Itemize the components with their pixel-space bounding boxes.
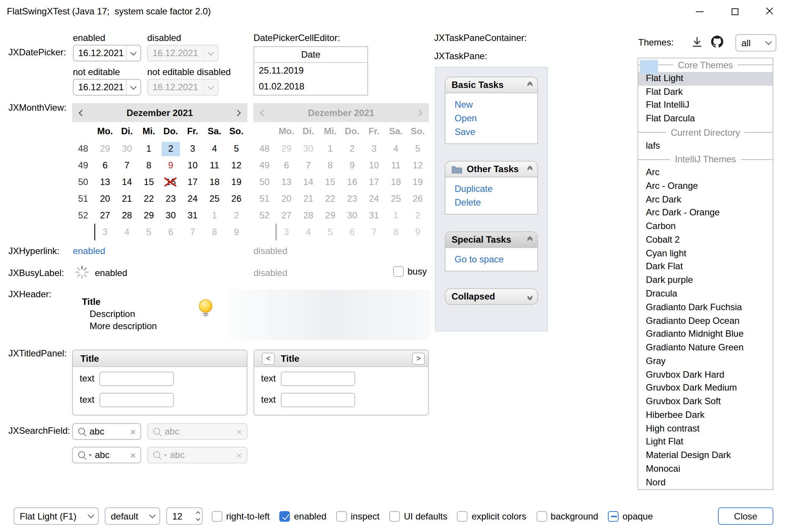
github-icon[interactable] <box>711 36 723 48</box>
day-cell[interactable]: 31 <box>182 207 204 224</box>
datepicker-enabled[interactable]: 16.12.2021 <box>73 45 141 61</box>
day-cell[interactable]: 2 <box>225 207 247 224</box>
checkbox-right-to-left[interactable]: right-to-left <box>212 511 270 521</box>
theme-item[interactable]: High contrast <box>638 422 773 436</box>
checkbox-box[interactable] <box>393 266 404 277</box>
text-field[interactable] <box>281 393 355 407</box>
theme-item[interactable]: Arc <box>638 166 773 180</box>
titledpanel-prev-button[interactable]: < <box>262 352 275 364</box>
day-cell[interactable]: 24 <box>182 190 204 207</box>
day-cell[interactable]: 9 <box>160 157 182 174</box>
checkbox-enabled[interactable]: enabled <box>280 511 326 521</box>
taskpane-header[interactable]: Collapsed <box>445 288 538 305</box>
day-cell[interactable]: 7 <box>116 157 138 174</box>
searchfield-enabled[interactable]: abc × <box>72 423 141 440</box>
day-cell[interactable]: 19 <box>225 174 247 190</box>
expand-icon[interactable] <box>528 295 531 298</box>
day-cell[interactable]: 7 <box>182 224 204 240</box>
text-field[interactable] <box>99 393 174 407</box>
collapse-icon[interactable] <box>528 84 531 86</box>
taskpane-action[interactable]: Duplicate <box>455 182 537 196</box>
day-cell[interactable]: 8 <box>203 224 225 240</box>
close-window-button[interactable] <box>752 0 787 23</box>
day-cell[interactable]: 28 <box>116 207 138 224</box>
day-cell[interactable]: 17 <box>182 174 204 190</box>
taskpane-header[interactable]: Special Tasks <box>445 231 538 248</box>
theme-item[interactable]: Carbon <box>638 220 773 234</box>
checkbox-box[interactable] <box>608 511 619 521</box>
day-cell[interactable]: 27 <box>94 207 116 224</box>
themes-filter-combobox[interactable]: all <box>735 34 776 52</box>
theme-item[interactable]: Flat Dark <box>638 85 773 99</box>
maximize-button[interactable] <box>717 0 752 23</box>
theme-combobox[interactable]: Flat Light (F1) <box>14 507 99 525</box>
theme-item[interactable]: Dark Flat <box>638 261 773 274</box>
day-cell[interactable]: 18 <box>203 174 225 190</box>
theme-item[interactable]: Flat Darcula <box>638 112 773 126</box>
taskpane-action[interactable]: Go to space <box>455 253 537 266</box>
checkbox-busy[interactable]: busy <box>393 266 427 277</box>
themes-list[interactable]: Core ThemesFlat LightFlat DarkFlat Intel… <box>637 58 773 490</box>
taskpane-action[interactable]: Open <box>455 111 537 125</box>
day-cell[interactable]: 21 <box>116 190 138 207</box>
theme-item[interactable]: Flat IntelliJ <box>638 99 773 113</box>
checkbox-inspect[interactable]: inspect <box>336 511 379 521</box>
checkbox-box[interactable] <box>280 511 290 521</box>
theme-item[interactable]: Nord <box>638 476 773 490</box>
day-cell[interactable]: 11 <box>203 157 225 174</box>
taskpane-header[interactable]: Basic Tasks <box>445 77 538 93</box>
theme-item[interactable]: Cobalt 2 <box>638 234 773 247</box>
day-cell[interactable]: 4 <box>116 224 138 240</box>
checkbox-box[interactable] <box>389 511 400 521</box>
day-cell[interactable]: 26 <box>225 190 247 207</box>
day-cell[interactable]: 3 <box>182 140 204 157</box>
theme-item[interactable]: Gradianto Midnight Blue <box>638 328 773 342</box>
searchfield-value[interactable]: abc <box>95 450 127 460</box>
day-cell[interactable]: 29 <box>138 207 160 224</box>
download-icon[interactable] <box>691 36 703 48</box>
monthview-enabled[interactable]: Dezember 2021Mo.Di.Mi.Do.Fr.Sa.So.482930… <box>72 103 247 240</box>
day-cell[interactable]: 1 <box>138 140 160 157</box>
day-cell[interactable]: 20 <box>94 190 116 207</box>
searchfield-with-menu[interactable]: abc × <box>72 447 141 463</box>
day-cell[interactable]: 15 <box>138 174 160 190</box>
theme-item[interactable]: Gruvbox Dark Hard <box>638 368 773 382</box>
day-cell[interactable]: 9 <box>225 224 247 240</box>
theme-item[interactable]: Arc Dark - Orange <box>638 207 773 220</box>
prev-month-button[interactable] <box>72 103 92 122</box>
theme-item[interactable]: Gruvbox Dark Soft <box>638 395 773 409</box>
clear-icon[interactable]: × <box>130 450 136 460</box>
theme-item[interactable]: Gray <box>638 355 773 369</box>
day-cell[interactable]: 5 <box>225 140 247 157</box>
theme-item[interactable]: Gradianto Deep Ocean <box>638 314 773 328</box>
day-cell[interactable]: 22 <box>138 190 160 207</box>
checkbox-explicit-colors[interactable]: explicit colors <box>457 511 526 521</box>
text-field[interactable] <box>281 372 355 386</box>
close-button[interactable]: Close <box>718 507 773 525</box>
theme-item[interactable]: Flat Light <box>638 72 773 86</box>
table-column-header[interactable]: Date <box>254 47 367 63</box>
theme-item[interactable]: Dracula <box>638 287 773 301</box>
checkbox-box[interactable] <box>212 511 222 521</box>
day-cell[interactable]: 30 <box>116 140 138 157</box>
checkbox-box[interactable] <box>457 511 468 521</box>
theme-item[interactable]: Arc Dark <box>638 193 773 207</box>
day-cell[interactable]: 2 <box>160 140 182 157</box>
spinner-buttons[interactable] <box>197 512 200 520</box>
day-cell[interactable]: 12 <box>225 157 247 174</box>
font-size-spinner[interactable]: 12 <box>166 507 203 525</box>
hyperlink-enabled[interactable]: enabled <box>73 245 105 257</box>
theme-item[interactable]: Gradianto Nature Green <box>638 341 773 355</box>
taskpane-header[interactable]: Other Tasks <box>445 161 538 177</box>
day-cell[interactable]: 3 <box>94 224 116 240</box>
day-cell[interactable]: 10 <box>182 157 204 174</box>
theme-item[interactable]: Monocai <box>638 463 773 476</box>
searchfield-value[interactable]: abc <box>90 426 127 437</box>
checkbox-box[interactable] <box>336 511 347 521</box>
day-cell[interactable]: 14 <box>116 174 138 190</box>
datepicker-dropdown-button[interactable] <box>126 46 140 61</box>
day-cell[interactable]: 6 <box>94 157 116 174</box>
datepicker-not-editable[interactable]: 16.12.2021 <box>73 79 141 96</box>
checkbox-ui-defaults[interactable]: UI defaults <box>389 511 447 521</box>
theme-item[interactable]: Material Design Dark <box>638 449 773 463</box>
